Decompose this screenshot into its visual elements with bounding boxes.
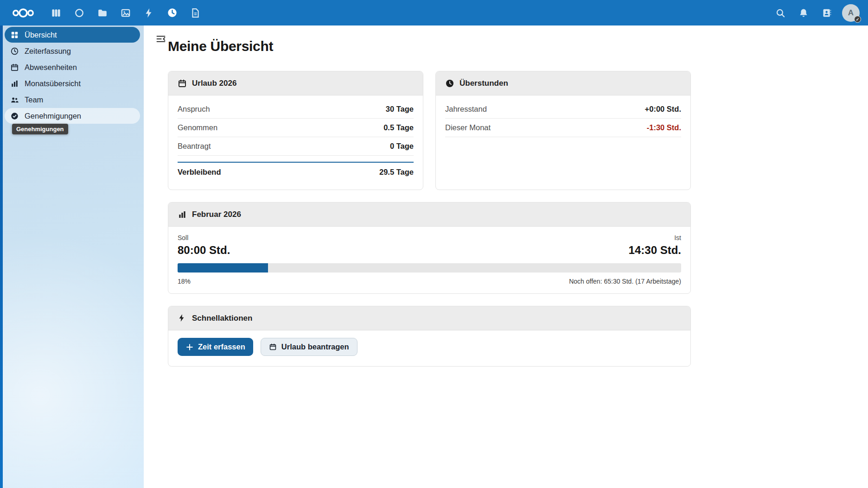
button-label: Zeit erfassen — [198, 342, 245, 351]
top-cards-row: Urlaub 2026 Anspruch 30 Tage Genommen 0.… — [168, 71, 691, 190]
search-icon — [775, 8, 785, 18]
page-title: Meine Übersicht — [168, 38, 868, 54]
row-label: Verbleibend — [178, 168, 221, 177]
nextcloud-logo[interactable] — [0, 7, 45, 19]
circle-icon — [74, 8, 84, 18]
sidebar-item-label: Team — [25, 95, 43, 104]
stat-row: Beantragt 0 Tage — [178, 137, 414, 156]
row-label: Genommen — [178, 123, 217, 132]
card-title: Februar 2026 — [192, 210, 241, 219]
app-notes-button[interactable] — [184, 0, 207, 25]
progress-track — [178, 263, 681, 273]
lightning-bolt-icon — [144, 8, 154, 18]
month-card-body: Soll 80:00 Std. Ist 14:30 Std. — [168, 227, 690, 293]
row-value-negative: -1:30 Std. — [647, 123, 681, 132]
notifications-button[interactable] — [792, 0, 815, 25]
document-icon — [190, 8, 200, 18]
app-activity-button[interactable] — [137, 0, 160, 25]
overtime-card-body: Jahresstand +0:00 Std. Dieser Monat -1:3… — [436, 95, 690, 146]
target-label: Soll — [178, 234, 230, 241]
quick-actions-body: Zeit erfassen Urlaub beantragen — [168, 330, 690, 366]
target-metric: Soll 80:00 Std. — [178, 234, 230, 257]
sidebar-item-label: Monatsübersicht — [25, 79, 81, 88]
vacation-card-header: Urlaub 2026 — [168, 71, 423, 95]
lightning-bolt-icon — [178, 314, 187, 323]
app-files-button[interactable] — [91, 0, 114, 25]
sidebar-item-zeiterfassung[interactable]: Zeiterfassung — [5, 43, 140, 59]
progress-percent: 18% — [178, 278, 191, 285]
actual-label: Ist — [629, 234, 681, 241]
clock-icon — [10, 46, 19, 56]
row-value: 0.5 Tage — [383, 123, 414, 132]
card-title: Urlaub 2026 — [192, 79, 236, 88]
app-circle-button[interactable] — [68, 0, 91, 25]
overtime-card: Überstunden Jahresstand +0:00 Std. Diese… — [435, 71, 691, 190]
target-actual-row: Soll 80:00 Std. Ist 14:30 Std. — [178, 234, 681, 257]
collapse-sidebar-button[interactable] — [153, 31, 169, 47]
app-window: A ✓ Übersicht — [0, 0, 868, 488]
stat-row: Dieser Monat -1:30 Std. — [445, 119, 681, 137]
calendar-icon — [269, 343, 277, 351]
top-bar: A ✓ — [0, 0, 868, 25]
plus-icon — [185, 343, 194, 351]
clock-icon — [445, 79, 454, 88]
check-badge-icon — [10, 111, 19, 120]
vacation-card-body: Anspruch 30 Tage Genommen 0.5 Tage Beant… — [168, 95, 423, 190]
actual-metric: Ist 14:30 Std. — [629, 234, 681, 257]
bell-icon — [798, 8, 809, 18]
stat-row: Genommen 0.5 Tage — [178, 119, 414, 137]
app-grid-button[interactable] — [45, 0, 68, 25]
sidebar-item-label: Zeiterfassung — [25, 47, 71, 56]
search-button[interactable] — [769, 0, 792, 25]
card-title: Schnellaktionen — [192, 314, 252, 323]
month-card-header: Februar 2026 — [168, 203, 690, 227]
row-value: 30 Tage — [386, 105, 414, 114]
cards-container: Urlaub 2026 Anspruch 30 Tage Genommen 0.… — [168, 71, 691, 367]
row-value: 0 Tage — [390, 142, 414, 151]
request-vacation-button[interactable]: Urlaub beantragen — [261, 338, 357, 356]
avatar-letter: A — [848, 8, 854, 18]
columns-grid-icon — [51, 8, 61, 18]
sidebar-item-team[interactable]: Team — [5, 92, 140, 108]
row-label: Beantragt — [178, 142, 211, 151]
quick-actions-card: Schnellaktionen Zeit erfassen — [168, 306, 691, 367]
main-content: Meine Übersicht — [144, 25, 868, 488]
folder-icon — [97, 8, 108, 18]
image-icon — [121, 8, 131, 18]
stat-row: Anspruch 30 Tage — [178, 100, 414, 119]
sidebar-item-genehmigungen[interactable]: Genehmigungen — [5, 108, 140, 124]
status-check-badge-icon: ✓ — [854, 16, 861, 23]
avatar[interactable]: A ✓ — [842, 4, 860, 22]
record-time-button[interactable]: Zeit erfassen — [178, 338, 253, 356]
contacts-button[interactable] — [815, 0, 838, 25]
collapse-menu-icon — [155, 33, 166, 44]
row-label: Jahresstand — [445, 105, 487, 114]
calendar-icon — [10, 63, 19, 72]
row-value: +0:00 Std. — [645, 105, 681, 114]
people-icon — [10, 95, 19, 104]
row-label: Anspruch — [178, 105, 210, 114]
button-label: Urlaub beantragen — [281, 342, 349, 351]
actual-value: 14:30 Std. — [629, 244, 681, 257]
layout: Übersicht Zeiterfassung — [0, 25, 868, 488]
month-progress-card: Februar 2026 Soll 80:00 Std. Ist 14:30 S… — [168, 202, 691, 294]
sidebar-item-label: Übersicht — [25, 31, 57, 39]
row-label: Dieser Monat — [445, 123, 491, 132]
progress-meta-row: 18% Noch offen: 65:30 Std. (17 Arbeitsta… — [178, 278, 681, 285]
sidebar-item-abwesenheiten[interactable]: Abwesenheiten — [5, 59, 140, 75]
sidebar: Übersicht Zeiterfassung — [0, 25, 144, 488]
app-photos-button[interactable] — [114, 0, 137, 25]
sidebar-item-label: Genehmigungen — [25, 112, 81, 120]
bar-chart-icon — [10, 79, 19, 88]
top-bar-right: A ✓ — [769, 0, 868, 25]
app-timetracking-button[interactable] — [160, 0, 184, 25]
bar-chart-icon — [178, 210, 187, 219]
total-row: Verbleibend 29.5 Tage — [178, 162, 414, 181]
contacts-book-icon — [822, 8, 832, 18]
background-edge-strip — [0, 25, 3, 488]
sidebar-item-monatsuebersicht[interactable]: Monatsübersicht — [5, 76, 140, 91]
vacation-card: Urlaub 2026 Anspruch 30 Tage Genommen 0.… — [168, 71, 423, 190]
card-title: Überstunden — [460, 79, 508, 88]
sidebar-item-uebersicht[interactable]: Übersicht — [5, 27, 140, 43]
target-value: 80:00 Std. — [178, 244, 230, 257]
